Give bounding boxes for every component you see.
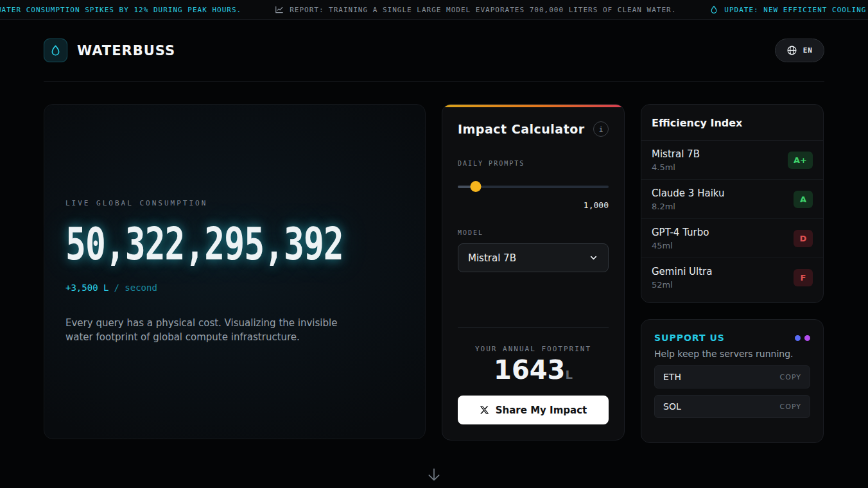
impact-calculator-panel: Impact Calculator i DAILY PROMPTS 1,000 … xyxy=(442,104,625,440)
calculator-title: Impact Calculator xyxy=(458,122,585,136)
efficiency-row: Mistral 7B 4.5ml A+ xyxy=(641,141,823,180)
footprint-number: 1643 xyxy=(494,355,565,385)
consumption-rate: +3,500 L/ second xyxy=(65,283,425,293)
copy-sol-button[interactable]: COPY xyxy=(780,403,801,411)
chevron-down-icon xyxy=(589,253,598,263)
info-icon[interactable]: i xyxy=(593,121,609,137)
ticker-item: WATER CONSUMPTION SPIKES BY 12% DURING P… xyxy=(0,6,241,14)
live-consumption-panel: LIVE GLOBAL CONSUMPTION 50,322,295,392 +… xyxy=(44,104,426,439)
grade-badge: F xyxy=(794,269,813,286)
share-impact-label: Share My Impact xyxy=(496,405,587,416)
eth-wallet-row[interactable]: ETH COPY xyxy=(654,365,810,388)
efficiency-row: Gemini Ultra 52ml F xyxy=(641,258,823,297)
daily-prompts-label: DAILY PROMPTS xyxy=(458,160,609,167)
wallet-label: ETH xyxy=(663,372,681,382)
live-consumption-label: LIVE GLOBAL CONSUMPTION xyxy=(65,199,425,207)
model-name: Gemini Ultra xyxy=(652,266,712,277)
crypto-dots xyxy=(795,335,810,341)
footprint-unit: L xyxy=(565,368,572,381)
main-content: LIVE GLOBAL CONSUMPTION 50,322,295,392 +… xyxy=(44,104,824,443)
share-impact-button[interactable]: Share My Impact xyxy=(458,396,609,424)
model-name: GPT-4 Turbo xyxy=(652,227,709,238)
grade-badge: A xyxy=(794,191,813,208)
model-usage: 45ml xyxy=(652,241,709,250)
divider xyxy=(458,327,609,328)
model-select[interactable]: Mistral 7B xyxy=(458,243,609,272)
brand-title: WATERBUSS xyxy=(77,43,175,58)
efficiency-index-title: Efficiency Index xyxy=(641,105,823,141)
support-us-panel: SUPPORT US Help keep the servers running… xyxy=(641,319,824,443)
support-subtitle: Help keep the servers running. xyxy=(654,349,810,359)
ticker-item: REPORT: TRAINING A SINGLE LARGE MODEL EV… xyxy=(275,5,676,14)
model-label: MODEL xyxy=(458,229,609,236)
grade-badge: A+ xyxy=(788,152,813,169)
model-name: Mistral 7B xyxy=(652,148,700,160)
efficiency-row: GPT-4 Turbo 45ml D xyxy=(641,219,823,258)
brand: WATERBUSS xyxy=(44,39,175,62)
water-drop-icon xyxy=(49,44,62,57)
annual-footprint-value: 1643L xyxy=(458,357,609,383)
x-twitter-icon xyxy=(480,405,489,415)
sol-dot-icon xyxy=(804,335,810,341)
arrow-down-icon xyxy=(426,466,442,483)
grade-badge: D xyxy=(794,230,813,247)
globe-icon xyxy=(786,45,797,56)
rate-unit: / second xyxy=(114,283,157,293)
chart-icon xyxy=(275,5,284,14)
global-consumption-counter: 50,322,295,392 xyxy=(65,218,425,270)
model-usage: 52ml xyxy=(652,280,712,290)
copy-eth-button[interactable]: COPY xyxy=(780,373,801,381)
sol-wallet-row[interactable]: SOL COPY xyxy=(654,395,810,418)
efficiency-index-panel: Efficiency Index Mistral 7B 4.5ml A+ Cla… xyxy=(641,104,824,303)
efficiency-row: Claude 3 Haiku 8.2ml A xyxy=(641,180,823,219)
daily-prompts-value: 1,000 xyxy=(458,200,609,210)
eth-dot-icon xyxy=(795,335,801,341)
model-name: Claude 3 Haiku xyxy=(652,187,725,199)
language-label: EN xyxy=(803,46,813,55)
ticker-item: UPDATE: NEW EFFICIENT COOLING SYSTEMS DE… xyxy=(709,5,868,14)
hero-description: Every query has a physical cost. Visuali… xyxy=(65,316,362,345)
wallet-label: SOL xyxy=(663,401,681,412)
right-column: Efficiency Index Mistral 7B 4.5ml A+ Cla… xyxy=(641,104,824,443)
ticker-text: REPORT: TRAINING A SINGLE LARGE MODEL EV… xyxy=(290,6,676,14)
scroll-down-indicator[interactable] xyxy=(0,466,868,483)
slider-thumb[interactable] xyxy=(471,181,482,192)
app-header: WATERBUSS EN xyxy=(44,20,824,82)
ticker-text: UPDATE: NEW EFFICIENT COOLING SYSTEMS DE… xyxy=(724,6,868,14)
rate-value: +3,500 L xyxy=(65,283,108,293)
model-usage: 4.5ml xyxy=(652,162,700,172)
droplet-icon xyxy=(709,5,718,14)
daily-prompts-slider[interactable] xyxy=(458,181,609,192)
support-us-title: SUPPORT US xyxy=(654,333,725,343)
model-selected-value: Mistral 7B xyxy=(468,252,516,264)
language-button[interactable]: EN xyxy=(775,39,824,62)
annual-footprint-label: YOUR ANNUAL FOOTPRINT xyxy=(458,345,609,353)
app-logo xyxy=(44,39,67,62)
model-usage: 8.2ml xyxy=(652,202,725,211)
news-ticker: WATER CONSUMPTION SPIKES BY 12% DURING P… xyxy=(0,0,868,20)
ticker-text: WATER CONSUMPTION SPIKES BY 12% DURING P… xyxy=(0,6,241,14)
